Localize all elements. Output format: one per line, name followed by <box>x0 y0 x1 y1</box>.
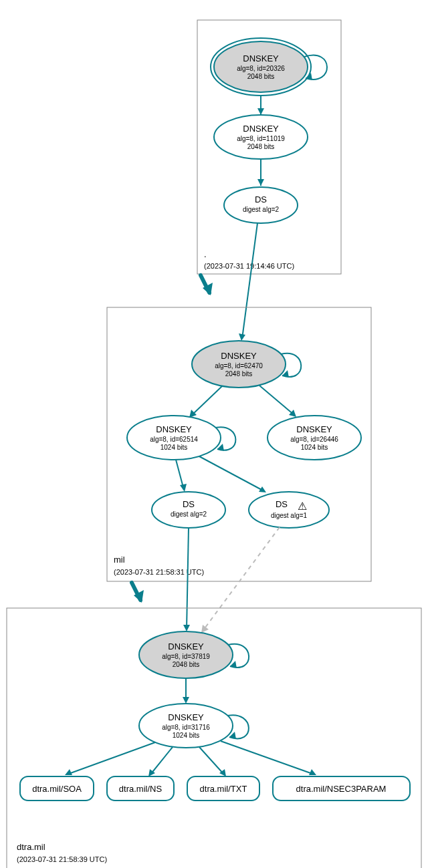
zone-label-root: . <box>204 249 207 259</box>
dnssec-graph: . (2023-07-31 19:14:46 UTC) DNSKEY alg=8… <box>0 0 428 868</box>
svg-text:dtra.mil/SOA: dtra.mil/SOA <box>32 784 82 794</box>
svg-text:alg=8, id=62514: alg=8, id=62514 <box>150 436 198 443</box>
svg-text:digest alg=2: digest alg=2 <box>243 206 280 213</box>
svg-text:DNSKEY: DNSKEY <box>221 351 257 361</box>
svg-text:DNSKEY: DNSKEY <box>296 424 332 434</box>
svg-point-35 <box>152 492 225 528</box>
svg-marker-58 <box>309 769 316 775</box>
node-rr-soa: dtra.mil/SOA <box>20 776 94 801</box>
svg-text:alg=8, id=37819: alg=8, id=37819 <box>162 653 210 660</box>
node-mil-ds1: DS digest alg=2 <box>152 492 225 528</box>
svg-text:2048 bits: 2048 bits <box>173 661 200 668</box>
svg-text:DNSKEY: DNSKEY <box>156 424 192 434</box>
svg-text:1024 bits: 1024 bits <box>173 732 200 739</box>
node-dtra-zsk: DNSKEY alg=8, id=31716 1024 bits <box>139 704 233 748</box>
edge-mil-ksk-zsk2 <box>259 386 294 415</box>
node-mil-ksk: DNSKEY alg=8, id=62470 2048 bits <box>192 341 286 388</box>
node-dtra-ksk: DNSKEY alg=8, id=37819 2048 bits <box>139 631 233 678</box>
svg-text:DNSKEY: DNSKEY <box>243 53 279 63</box>
svg-text:dtra.mil/NS: dtra.mil/NS <box>119 784 163 794</box>
edge-mil-ds1-dtra-ksk <box>187 528 189 629</box>
node-rr-txt: dtra.mil/TXT <box>187 776 259 801</box>
svg-text:DS: DS <box>255 194 267 204</box>
svg-text:alg=8, id=62470: alg=8, id=62470 <box>215 362 263 370</box>
edge-zsk-ns <box>150 747 173 774</box>
edge-root-ds-mil-ksk <box>242 223 257 339</box>
svg-text:alg=8, id=11019: alg=8, id=11019 <box>237 135 285 142</box>
svg-text:1024 bits: 1024 bits <box>301 444 328 451</box>
svg-text:alg=8, id=20326: alg=8, id=20326 <box>237 65 285 72</box>
svg-text:2048 bits: 2048 bits <box>225 370 253 378</box>
svg-marker-11 <box>257 179 264 186</box>
svg-text:dtra.mil/TXT: dtra.mil/TXT <box>200 784 247 794</box>
svg-text:DS: DS <box>276 499 288 509</box>
edge-mil-zsk-ds2 <box>199 456 264 491</box>
svg-marker-6 <box>257 108 264 115</box>
edge-zsk-nsec3 <box>221 741 314 774</box>
edge-mil-ksk-zsk1 <box>191 386 222 416</box>
edge-mil-ds2-dtra-ksk <box>203 527 280 630</box>
svg-text:1024 bits: 1024 bits <box>160 444 188 451</box>
svg-marker-16 <box>239 333 245 341</box>
svg-text:digest alg=1: digest alg=1 <box>271 512 308 519</box>
svg-text:alg=8, id=26446: alg=8, id=26446 <box>290 436 338 443</box>
node-rr-nsec3: dtra.mil/NSEC3PARAM <box>273 776 410 801</box>
svg-text:DS: DS <box>183 499 195 509</box>
svg-text:DNSKEY: DNSKEY <box>168 641 204 652</box>
svg-marker-43 <box>201 625 209 633</box>
node-mil-zsk: DNSKEY alg=8, id=62514 1024 bits <box>127 416 221 460</box>
svg-point-38 <box>249 492 329 528</box>
zone-label-mil: mil <box>114 555 125 565</box>
svg-text:2048 bits: 2048 bits <box>247 143 275 150</box>
svg-marker-55 <box>65 769 72 775</box>
zone-label-dtra: dtra.mil <box>17 842 45 852</box>
node-root-ksk: DNSKEY alg=8, id=20326 2048 bits <box>211 38 311 96</box>
svg-text:dtra.mil/NSEC3PARAM: dtra.mil/NSEC3PARAM <box>296 784 387 794</box>
svg-text:DNSKEY: DNSKEY <box>168 712 204 722</box>
svg-point-12 <box>224 187 298 223</box>
node-root-ds: DS digest alg=2 <box>224 187 298 223</box>
edge-zsk-txt <box>199 747 224 774</box>
zone-timestamp-dtra: (2023-07-31 21:58:39 UTC) <box>17 855 107 863</box>
node-rr-ns: dtra.mil/NS <box>107 776 174 801</box>
svg-text:alg=8, id=31716: alg=8, id=31716 <box>162 724 210 731</box>
edge-zsk-soa <box>67 742 155 774</box>
zone-timestamp-mil: (2023-07-31 21:58:31 UTC) <box>114 568 204 576</box>
node-mil-zsk2: DNSKEY alg=8, id=26446 1024 bits <box>268 416 361 460</box>
svg-marker-49 <box>183 697 189 704</box>
svg-marker-33 <box>180 484 187 492</box>
node-root-zsk: DNSKEY alg=8, id=11019 2048 bits <box>214 115 308 159</box>
zone-timestamp-root: (2023-07-31 19:14:46 UTC) <box>204 262 294 270</box>
node-mil-ds2: DS ⚠ digest alg=1 <box>249 492 329 528</box>
svg-text:DNSKEY: DNSKEY <box>243 124 279 134</box>
warning-icon: ⚠ <box>298 500 307 512</box>
svg-text:2048 bits: 2048 bits <box>247 73 275 80</box>
svg-text:digest alg=2: digest alg=2 <box>171 511 207 518</box>
svg-marker-42 <box>183 625 190 631</box>
